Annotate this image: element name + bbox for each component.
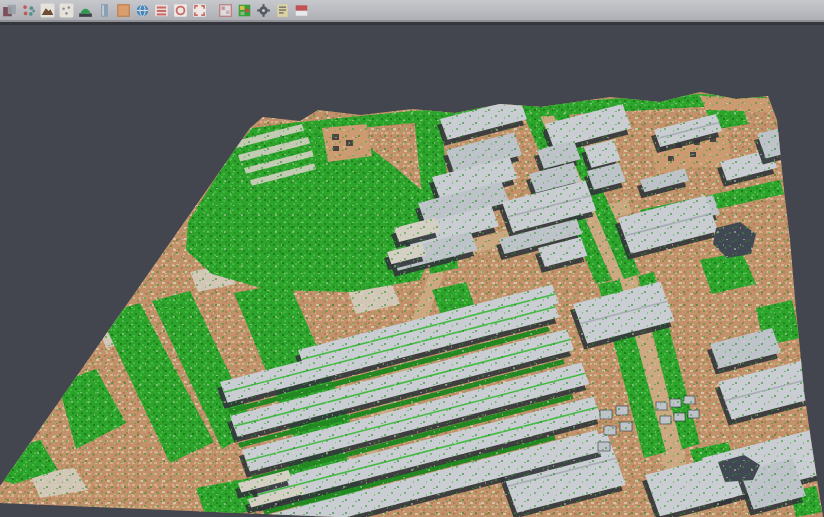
export-flag-icon[interactable] xyxy=(294,3,309,18)
point-cloud-scene[interactable] xyxy=(0,22,824,517)
texture-icon[interactable] xyxy=(97,3,112,18)
align-points-icon[interactable] xyxy=(21,3,36,18)
build-mesh-icon[interactable] xyxy=(78,3,93,18)
classify-map-icon[interactable] xyxy=(237,3,252,18)
settings-gear-icon[interactable] xyxy=(256,3,271,18)
toolbar xyxy=(0,0,824,20)
globe-icon[interactable] xyxy=(135,3,150,18)
region-box-icon[interactable] xyxy=(192,3,207,18)
dense-cloud-icon[interactable] xyxy=(40,3,55,18)
report-icon[interactable] xyxy=(275,3,290,18)
orthomosaic-icon[interactable] xyxy=(116,3,131,18)
sparse-points-icon[interactable] xyxy=(59,3,74,18)
marker-target-icon[interactable] xyxy=(173,3,188,18)
3d-viewport[interactable] xyxy=(0,22,824,517)
crop-grid-icon[interactable] xyxy=(218,3,233,18)
add-photos-icon[interactable] xyxy=(2,3,17,18)
layers-icon[interactable] xyxy=(154,3,169,18)
